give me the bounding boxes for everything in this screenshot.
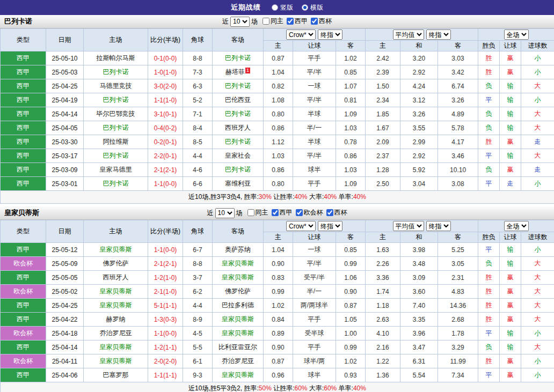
match-count-select[interactable]: 10 [215,208,235,218]
home-team-link[interactable]: 巴列卡诺 [84,93,148,107]
wdl-result-cell: 平 [478,149,500,163]
score-cell: 0-1(0-0) [148,51,183,65]
home-team-link[interactable]: 马德里竞技 [84,79,148,93]
away-team-link[interactable]: 赫塔菲1 [213,65,264,79]
away-team-link[interactable]: 巴伦西亚 [213,93,264,107]
home-team-link[interactable]: 皇家马德里 [84,163,148,177]
league-type-cell: 西甲 [1,121,46,135]
home-team-link[interactable]: 皇家贝蒂斯 [84,341,148,354]
away-team-link[interactable]: 巴列卡诺 [213,135,264,149]
match-row: 西甲25-04-06巴塞罗那1-1(1-1)9-3皇家贝蒂斯0.96球半0.93… [1,368,554,382]
checkbox-label: 西杯 [334,208,347,217]
goals-result-cell: 大 [521,341,554,354]
home-team-link[interactable]: 皇家贝蒂斯 [84,354,148,368]
away-team-link[interactable]: 比利亚雷亚尔 [213,341,264,354]
wdl-result-cell: 负 [478,79,500,93]
match-date-cell: 25-04-05 [46,121,84,135]
layout-radio-vertical[interactable]: 竖版 [272,3,293,12]
avg-draw-cell: 3.12 [400,93,438,107]
checkbox-input-欧会杯[interactable] [296,209,303,216]
filter-checkbox-西甲[interactable]: 西甲 [283,17,308,26]
average-select[interactable]: 平均值 [393,29,424,40]
checkbox-input-同主[interactable] [263,18,269,25]
home-team-link[interactable]: 皇家贝蒂斯 [84,243,148,257]
away-team-link[interactable]: 皇家贝蒂斯 [213,368,264,382]
away-team-link[interactable]: 巴列卡诺 [213,79,264,93]
match-row: 欧会杯25-05-09佛罗伦萨2-1(2-1)8-8皇家贝蒂斯0.90平/半0.… [1,257,554,271]
home-team-link[interactable]: 巴列卡诺 [84,149,148,163]
filter-checkbox-欧会杯[interactable]: 欧会杯 [293,208,323,217]
away-team-link[interactable]: 佛罗伦萨 [213,285,264,299]
avg-away-cell: 3.46 [438,149,478,163]
handicap-result-cell: 赢 [500,354,521,368]
checkbox-input-西杯[interactable] [311,18,318,25]
filter-checkbox-西杯[interactable]: 西杯 [308,17,332,26]
away-team-link[interactable]: 巴列卡诺 [213,107,264,121]
odds-away-cell: 1.09 [336,177,366,191]
match-date-cell: 25-04-14 [46,341,84,354]
full-match-select[interactable]: 全场 [504,221,529,231]
away-team-link[interactable]: 皇家贝蒂斯 [213,271,264,285]
col-header-corner: 角球 [183,29,213,51]
home-team-link[interactable]: 阿拉维斯 [84,135,148,149]
avg-final-select[interactable]: 终指 [426,29,451,40]
odds-company-select[interactable]: Crow* [286,29,316,40]
away-team-link[interactable]: 塞维利亚 [213,177,264,191]
league-type-cell: 西甲 [1,93,46,107]
score-cell: 1-0(1-0) [148,65,183,79]
checkbox-input-西甲[interactable] [287,18,294,25]
checkbox-input-同主[interactable] [247,209,254,216]
away-team-link[interactable]: 皇家贝蒂斯 [213,257,264,271]
home-team-link[interactable]: 毕尔巴鄂竞技 [84,107,148,121]
odds-company-select[interactable]: Crow* [286,221,316,231]
home-team-link[interactable]: 乔治罗尼亚 [84,327,148,341]
home-team-link[interactable]: 赫罗纳 [84,313,148,327]
home-team-link[interactable]: 佛罗伦萨 [84,257,148,271]
home-team-link[interactable]: 巴列卡诺 [84,177,148,191]
home-team-link[interactable]: 西班牙人 [84,271,148,285]
checkbox-input-西甲[interactable] [272,209,279,216]
away-team-link[interactable]: 奥萨苏纳 [213,243,264,257]
corner-cell: 5-2 [183,93,213,107]
away-team-link[interactable]: 巴列卡诺 [213,163,264,177]
odds-final-select[interactable]: 终指 [318,29,342,40]
filter-checkbox-西杯[interactable]: 西杯 [323,208,347,217]
avg-home-cell: 1.85 [366,107,400,121]
away-team-link[interactable]: 巴列卡诺 [213,51,264,65]
home-team-link[interactable]: 皇家贝蒂斯 [84,285,148,299]
avg-home-cell: 1.36 [366,368,400,382]
avg-away-cell: 14.36 [438,299,478,313]
match-count-select[interactable]: 10 [230,17,250,27]
away-team-link[interactable]: 巴拉多利德 [213,299,264,313]
full-match-select[interactable]: 全场 [504,29,529,40]
filter-checkbox-西甲[interactable]: 西甲 [268,208,293,217]
handicap-result-cell: 赢 [500,135,521,149]
home-team-link[interactable]: 巴列卡诺 [84,121,148,135]
away-team-link[interactable]: 皇家贝蒂斯 [213,313,264,327]
home-team-link[interactable]: 巴列卡诺 [84,65,148,79]
home-team-link[interactable]: 巴塞罗那 [84,368,148,382]
col-header-away: 客场 [213,220,264,243]
avg-home-cell: 2.34 [366,93,400,107]
summary-cell: 近10场,胜5平3负2, 胜率:50% 让胜率:60% 大率:60% 单率:40… [1,382,554,392]
corner-cell: 4-6 [183,163,213,177]
filter-checkbox-同主[interactable]: 同主 [244,208,268,217]
away-team-link[interactable]: 皇家贝蒂斯 [213,327,264,341]
away-team-link[interactable]: 皇家社会 [213,149,264,163]
layout-radio-horizontal[interactable]: 横版 [302,3,323,12]
handicap-result-cell: 输 [500,257,521,271]
odds-final-select[interactable]: 终指 [318,221,342,231]
away-team-link[interactable]: 乔治罗尼亚 [213,354,264,368]
average-select[interactable]: 平均值 [393,221,424,231]
filter-checkbox-同主[interactable]: 同主 [259,17,283,26]
home-team-link[interactable]: 拉斯帕尔马斯 [84,51,148,65]
goals-result-cell: 大 [521,121,554,135]
away-team-link[interactable]: 西班牙人 [213,121,264,135]
home-team-link[interactable]: 皇家贝蒂斯 [84,299,148,313]
odds-away-cell: 1.06 [336,271,366,285]
goals-result-cell: 大 [521,313,554,327]
corner-cell: 5-5 [183,341,213,354]
avg-final-select[interactable]: 终指 [426,221,451,231]
checkbox-input-西杯[interactable] [326,209,333,216]
section-header-bar: 皇家贝蒂斯 近 10 场 同主西甲欧会杯西杯 [0,206,554,220]
